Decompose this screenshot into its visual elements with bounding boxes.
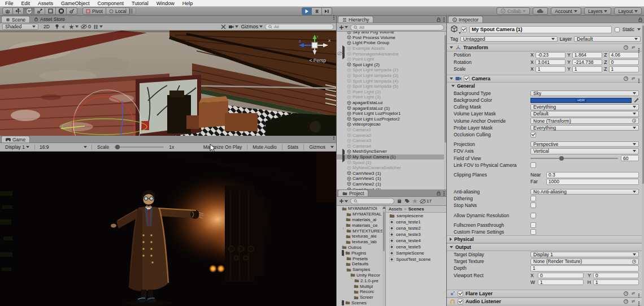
preset-icon[interactable]: ⇄ xyxy=(632,45,635,50)
game-gizmos-dropdown[interactable]: Gizmos xyxy=(306,143,328,151)
gameobject-name-field[interactable]: My Spout Camera (1) xyxy=(469,26,612,33)
hierarchy-row[interactable]: Spot Light LuzProjetor2 xyxy=(337,117,446,122)
menu-item[interactable]: Tutorial xyxy=(128,1,153,6)
hierarchy-row[interactable]: MeshSyncServer xyxy=(337,149,446,154)
scene-panel-menu-icon[interactable] xyxy=(333,15,334,16)
project-tree-row[interactable]: 2.1.0-pre xyxy=(337,278,385,283)
breadcrumb-current[interactable]: Scenes xyxy=(408,206,424,212)
hierarchy-search-input[interactable]: All xyxy=(350,24,444,31)
eyedropper-icon[interactable] xyxy=(634,98,639,103)
asset-row[interactable]: cena_teste4 xyxy=(386,238,446,244)
help-icon[interactable]: ? xyxy=(624,291,628,296)
z-field[interactable]: 0 xyxy=(609,59,639,66)
grid-visibility-dropdown[interactable] xyxy=(93,24,103,29)
hierarchy-row[interactable]: videoprojecao xyxy=(337,122,446,127)
lock-icon[interactable] xyxy=(638,17,642,22)
hierarchy-row[interactable]: Camera4 xyxy=(337,143,446,149)
foldout-closed-icon[interactable] xyxy=(450,238,452,241)
asset-row[interactable]: samplescene xyxy=(386,213,446,219)
y-field[interactable]: 1 xyxy=(572,66,602,72)
scale-slider[interactable] xyxy=(114,146,164,148)
rotate-tool-icon[interactable] xyxy=(24,7,34,15)
property-input[interactable]: 1 xyxy=(530,265,639,271)
foldout-open-icon[interactable] xyxy=(342,229,345,234)
property-dropdown[interactable]: Vertical xyxy=(530,148,639,154)
transform-tool-icon[interactable] xyxy=(56,7,67,15)
foldout-open-icon[interactable] xyxy=(350,278,353,283)
project-tree-row[interactable]: Presets xyxy=(337,256,385,261)
far-field[interactable]: 1000 xyxy=(546,179,639,185)
cloud-button[interactable] xyxy=(533,7,548,15)
menu-item[interactable]: GameObject xyxy=(57,1,94,6)
foldout-open-icon[interactable] xyxy=(450,46,453,49)
foldout-open-icon[interactable] xyxy=(342,267,345,272)
project-tree-row[interactable]: Unity Recor xyxy=(337,273,385,278)
rect-h-field[interactable]: 1 xyxy=(593,279,639,286)
tab-scene[interactable]: Scene xyxy=(1,16,30,23)
slider-value-field[interactable]: 60 xyxy=(621,155,639,161)
project-tree-row[interactable]: MYANIMATIOI xyxy=(337,206,385,212)
display-dropdown[interactable]: Display 1 xyxy=(2,143,32,151)
foldout-closed-icon[interactable] xyxy=(342,300,344,305)
grid-snap-icon[interactable] xyxy=(125,7,136,15)
scene-search-input[interactable]: All xyxy=(265,24,334,30)
project-hidden-count[interactable]: 17 xyxy=(420,199,432,204)
tab-inspector[interactable]: Inspector xyxy=(448,16,483,23)
property-checkbox[interactable] xyxy=(530,202,536,208)
property-dropdown[interactable]: Display 1 xyxy=(530,252,639,258)
output-header[interactable]: Output xyxy=(447,243,644,251)
lock-icon[interactable] xyxy=(437,191,441,196)
tab-asset-store[interactable]: Asset Store xyxy=(30,16,69,23)
asset-row[interactable]: cena_teste3 xyxy=(386,231,446,238)
asset-row[interactable]: SpoutTest_scene xyxy=(386,256,446,262)
property-checkbox[interactable] xyxy=(530,196,536,201)
hand-tool-icon[interactable] xyxy=(2,7,13,15)
property-dropdown[interactable]: Sky xyxy=(530,90,639,97)
preset-icon[interactable]: ⇄ xyxy=(632,76,635,81)
preset-icon[interactable]: ⇄ xyxy=(632,299,635,304)
scene-viewport[interactable]: Y Z X < Persp xyxy=(0,31,336,136)
property-dropdown[interactable]: Perspective xyxy=(530,141,639,148)
collab-button[interactable]: Collab xyxy=(497,7,530,15)
audio-enabled-checkbox[interactable] xyxy=(458,299,463,304)
foldout-closed-icon[interactable] xyxy=(342,251,344,256)
near-field[interactable]: 0.3 xyxy=(546,172,639,178)
object-reference-field[interactable]: None (Transform) xyxy=(530,118,639,124)
hierarchy-row[interactable]: Point Light (2) xyxy=(337,89,446,95)
project-tree-row[interactable]: Plugins xyxy=(337,250,385,256)
project-tree-scrollbar[interactable] xyxy=(382,206,385,306)
project-tree-row[interactable]: Scenes xyxy=(337,300,385,306)
foldout-open-icon[interactable] xyxy=(346,273,349,278)
layers-dropdown[interactable]: Layers xyxy=(584,7,612,15)
foldout-open-icon[interactable] xyxy=(450,246,453,248)
hierarchy-row[interactable]: CamView2 (1) xyxy=(337,182,446,187)
breadcrumb-assets[interactable]: Assets xyxy=(389,206,402,212)
general-subheader[interactable]: General xyxy=(447,83,644,90)
project-tree-row[interactable]: Multipl xyxy=(337,283,385,289)
component-menu-icon[interactable] xyxy=(638,79,639,80)
object-reference-field[interactable]: None (Render Texture) xyxy=(530,258,639,265)
hierarchy-row[interactable]: Spot Light (2) xyxy=(337,62,446,68)
menu-item[interactable]: Window xyxy=(153,1,179,6)
stats-button[interactable]: Stats xyxy=(285,143,301,151)
rect-tool-icon[interactable] xyxy=(45,7,56,15)
hierarchy-row[interactable]: Camera1 xyxy=(337,127,446,133)
hierarchy-create-dropdown[interactable] xyxy=(339,25,348,30)
foldout-open-icon[interactable] xyxy=(342,212,345,217)
z-field[interactable]: 4.06 xyxy=(609,52,639,58)
hierarchy-row[interactable]: PersonagemAlexandre xyxy=(337,51,446,57)
hierarchy-row[interactable]: Point Light (3) xyxy=(337,94,446,100)
aspect-ratio-dropdown[interactable]: 16:9 xyxy=(37,144,89,150)
hierarchy-row[interactable]: apagarEstaLuz xyxy=(337,100,446,106)
project-tree-row[interactable]: texturas_lab xyxy=(337,239,385,245)
project-tree-row[interactable]: Defaults xyxy=(337,261,385,267)
pivot-toggle[interactable]: Pivot xyxy=(82,7,106,15)
project-tree-row[interactable]: materiais_al xyxy=(337,217,385,223)
move-tool-icon[interactable] xyxy=(13,7,24,15)
hierarchy-scrollbar[interactable] xyxy=(444,32,446,189)
hierarchy-row[interactable]: My Spout Camera (1) xyxy=(337,154,446,160)
rect-y-field[interactable]: 0 xyxy=(593,273,639,279)
hierarchy-row[interactable]: Example Assets xyxy=(337,46,446,51)
static-dropdown-icon[interactable] xyxy=(637,28,641,31)
audio-listener-header[interactable]: Audio Listener ?⇄ xyxy=(447,298,644,305)
